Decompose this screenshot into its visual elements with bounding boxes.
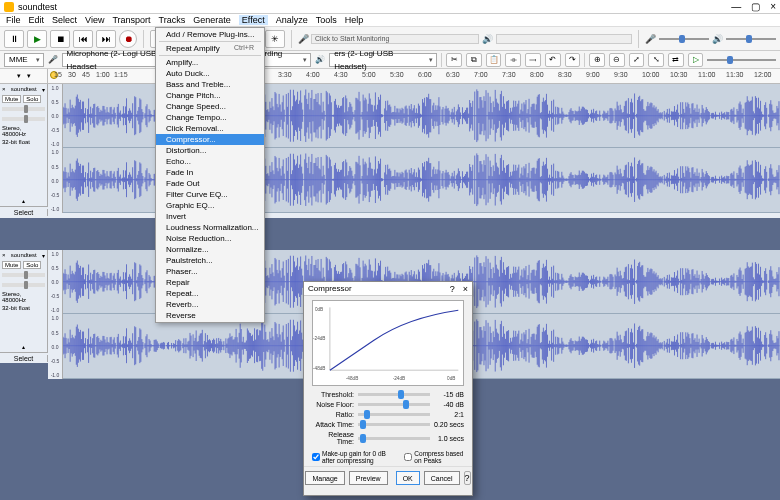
preview-button[interactable]: Preview bbox=[349, 471, 388, 485]
fit-selection-button[interactable]: ⤢ bbox=[629, 53, 645, 67]
noise-floor-slider[interactable] bbox=[358, 403, 430, 406]
dialog-close-button[interactable]: × bbox=[463, 284, 468, 294]
menu-item-fade-in[interactable]: Fade In bbox=[156, 167, 264, 178]
pin-right-icon[interactable]: ▾ bbox=[27, 72, 31, 80]
menu-view[interactable]: View bbox=[85, 15, 104, 25]
stop-button[interactable]: ⏹ bbox=[50, 30, 70, 48]
playback-volume-slider[interactable] bbox=[726, 38, 776, 40]
dialog-titlebar[interactable]: Compressor ? × bbox=[304, 282, 472, 296]
redo-button[interactable]: ↷ bbox=[565, 53, 581, 67]
menu-item-fade-out[interactable]: Fade Out bbox=[156, 178, 264, 189]
peak-compress-checkbox[interactable]: Compress based on Peaks bbox=[404, 450, 464, 464]
undo-button[interactable]: ↶ bbox=[545, 53, 561, 67]
track-name[interactable]: soundtest bbox=[11, 86, 37, 93]
track-menu-dropdown-icon[interactable]: ▾ bbox=[42, 252, 45, 259]
zoom-out-button[interactable]: ⊖ bbox=[609, 53, 625, 67]
skip-end-button[interactable]: ⏭ bbox=[96, 30, 116, 48]
timeline-ruler[interactable]: ▾ ▾ 15 30 45 1:00 1:15 3:30 4:00 4:30 5:… bbox=[0, 69, 780, 84]
solo-button[interactable]: Solo bbox=[23, 95, 41, 103]
playback-meter[interactable] bbox=[496, 34, 632, 44]
track-collapse-button[interactable]: ▴ bbox=[2, 343, 45, 350]
menu-item-repair[interactable]: Repair bbox=[156, 277, 264, 288]
menu-item-amplify[interactable]: Amplify... bbox=[156, 57, 264, 68]
ratio-slider[interactable] bbox=[358, 413, 430, 416]
pan-slider[interactable] bbox=[2, 117, 45, 121]
track-close-button[interactable]: × bbox=[2, 86, 6, 93]
pin-left-icon[interactable]: ▾ bbox=[17, 72, 21, 80]
menu-item-change-pitch[interactable]: Change Pitch... bbox=[156, 90, 264, 101]
gain-slider[interactable] bbox=[2, 107, 45, 111]
menu-item-graphic-eq[interactable]: Graphic EQ... bbox=[156, 200, 264, 211]
track-name[interactable]: soundtest bbox=[11, 252, 37, 259]
play-button[interactable]: ▶ bbox=[27, 30, 47, 48]
menu-item-filter-curve-eq[interactable]: Filter Curve EQ... bbox=[156, 189, 264, 200]
menu-item-repeat-last[interactable]: Repeat AmplifyCtrl+R bbox=[156, 43, 264, 54]
menu-analyze[interactable]: Analyze bbox=[276, 15, 308, 25]
track-menu-dropdown-icon[interactable]: ▾ bbox=[42, 86, 45, 93]
menu-generate[interactable]: Generate bbox=[193, 15, 231, 25]
gain-slider[interactable] bbox=[2, 273, 45, 277]
play-speed-slider[interactable] bbox=[707, 59, 776, 61]
release-slider[interactable] bbox=[358, 437, 430, 440]
help-button[interactable]: ? bbox=[464, 471, 471, 485]
menu-item-auto-duck[interactable]: Auto Duck... bbox=[156, 68, 264, 79]
manage-button[interactable]: Manage bbox=[305, 471, 344, 485]
zoom-toggle-button[interactable]: ⇄ bbox=[668, 53, 684, 67]
menu-item-echo[interactable]: Echo... bbox=[156, 156, 264, 167]
makeup-gain-checkbox[interactable]: Make-up gain for 0 dB after compressing bbox=[312, 450, 398, 464]
trim-button[interactable]: ⟛ bbox=[505, 53, 521, 67]
maximize-button[interactable]: ▢ bbox=[751, 1, 760, 12]
mute-button[interactable]: Mute bbox=[2, 261, 21, 269]
skip-start-button[interactable]: ⏮ bbox=[73, 30, 93, 48]
menu-item-reverse[interactable]: Reverse bbox=[156, 310, 264, 321]
menu-transport[interactable]: Transport bbox=[112, 15, 150, 25]
copy-button[interactable]: ⧉ bbox=[466, 53, 482, 67]
menu-effect[interactable]: Effect bbox=[239, 15, 268, 25]
record-button[interactable]: ⏺ bbox=[119, 30, 137, 48]
menu-item-compressor[interactable]: Compressor... bbox=[156, 134, 264, 145]
play-at-speed-button[interactable]: ▷ bbox=[688, 53, 704, 67]
menu-file[interactable]: File bbox=[6, 15, 21, 25]
multi-tool[interactable]: ✳ bbox=[265, 30, 285, 48]
menu-tools[interactable]: Tools bbox=[316, 15, 337, 25]
cut-button[interactable]: ✂ bbox=[446, 53, 462, 67]
track-collapse-button[interactable]: ▴ bbox=[2, 197, 45, 204]
threshold-slider[interactable] bbox=[358, 393, 430, 396]
menu-item-change-tempo[interactable]: Change Tempo... bbox=[156, 112, 264, 123]
menu-item-distortion[interactable]: Distortion... bbox=[156, 145, 264, 156]
menu-select[interactable]: Select bbox=[52, 15, 77, 25]
mute-button[interactable]: Mute bbox=[2, 95, 21, 103]
menu-item-change-speed[interactable]: Change Speed... bbox=[156, 101, 264, 112]
ok-button[interactable]: OK bbox=[396, 471, 420, 485]
solo-button[interactable]: Solo bbox=[23, 261, 41, 269]
menu-item-reverb[interactable]: Reverb... bbox=[156, 299, 264, 310]
menu-item-paulstretch[interactable]: Paulstretch... bbox=[156, 255, 264, 266]
menu-item-bass-treble[interactable]: Bass and Treble... bbox=[156, 79, 264, 90]
cancel-button[interactable]: Cancel bbox=[424, 471, 460, 485]
menu-edit[interactable]: Edit bbox=[29, 15, 45, 25]
track-close-button[interactable]: × bbox=[2, 252, 6, 259]
minimize-button[interactable]: — bbox=[731, 1, 741, 12]
recording-meter[interactable]: Click to Start Monitoring bbox=[311, 34, 479, 44]
pan-slider[interactable] bbox=[2, 283, 45, 287]
track-control-panel[interactable]: × soundtest ▾ Mute Solo Stereo, 48000Hz … bbox=[0, 250, 48, 352]
close-button[interactable]: × bbox=[770, 1, 776, 12]
menu-item-invert[interactable]: Invert bbox=[156, 211, 264, 222]
audio-host-combo[interactable]: MME bbox=[4, 53, 44, 67]
attack-slider[interactable] bbox=[358, 423, 430, 426]
menu-help[interactable]: Help bbox=[345, 15, 364, 25]
menu-item-loudness-norm[interactable]: Loudness Normalization... bbox=[156, 222, 264, 233]
menu-item-normalize[interactable]: Normalize... bbox=[156, 244, 264, 255]
dialog-help-button[interactable]: ? bbox=[450, 284, 455, 294]
track-select-button[interactable]: Select bbox=[0, 355, 48, 362]
menu-item-noise-reduction[interactable]: Noise Reduction... bbox=[156, 233, 264, 244]
fit-project-button[interactable]: ⤡ bbox=[648, 53, 664, 67]
paste-button[interactable]: 📋 bbox=[486, 53, 502, 67]
track-select-button[interactable]: Select bbox=[0, 209, 48, 216]
menu-item-repeat[interactable]: Repeat... bbox=[156, 288, 264, 299]
menu-tracks[interactable]: Tracks bbox=[159, 15, 186, 25]
zoom-in-button[interactable]: ⊕ bbox=[589, 53, 605, 67]
playback-device-combo[interactable]: ers (2- Logi USB Headset) bbox=[329, 53, 437, 67]
recording-volume-slider[interactable] bbox=[659, 38, 709, 40]
menu-item-add-remove-plugins[interactable]: Add / Remove Plug-ins... bbox=[156, 29, 264, 40]
